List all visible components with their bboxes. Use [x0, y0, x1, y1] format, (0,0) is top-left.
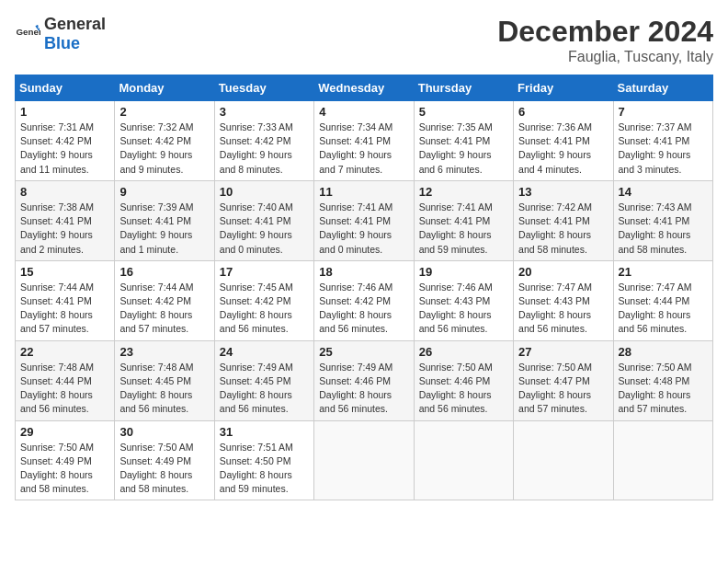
calendar-cell: 15 Sunrise: 7:44 AM Sunset: 4:41 PM Dayl…: [16, 260, 115, 340]
day-number: 23: [119, 345, 209, 359]
calendar-cell: 14 Sunrise: 7:43 AM Sunset: 4:41 PM Dayl…: [613, 180, 712, 260]
day-number: 27: [518, 345, 608, 359]
day-info: Sunrise: 7:39 AM Sunset: 4:41 PM Dayligh…: [119, 201, 209, 257]
day-number: 30: [119, 425, 209, 439]
day-info: Sunrise: 7:47 AM Sunset: 4:43 PM Dayligh…: [518, 281, 608, 337]
calendar-cell: 24 Sunrise: 7:49 AM Sunset: 4:45 PM Dayl…: [214, 340, 313, 420]
day-number: 9: [119, 185, 209, 199]
day-number: 7: [619, 105, 708, 119]
header: General General Blue December 2024 Faugl…: [15, 15, 713, 65]
day-info: Sunrise: 7:48 AM Sunset: 4:44 PM Dayligh…: [20, 361, 109, 417]
day-number: 1: [20, 105, 109, 119]
col-thursday: Thursday: [414, 75, 513, 101]
day-info: Sunrise: 7:48 AM Sunset: 4:45 PM Dayligh…: [119, 361, 209, 417]
calendar-cell: 17 Sunrise: 7:45 AM Sunset: 4:42 PM Dayl…: [214, 260, 313, 340]
day-info: Sunrise: 7:43 AM Sunset: 4:41 PM Dayligh…: [619, 201, 708, 257]
day-number: 19: [419, 265, 508, 279]
calendar-week-row: 15 Sunrise: 7:44 AM Sunset: 4:41 PM Dayl…: [16, 260, 713, 340]
calendar-cell: 23 Sunrise: 7:48 AM Sunset: 4:45 PM Dayl…: [115, 340, 214, 420]
day-number: 29: [20, 425, 109, 439]
day-info: Sunrise: 7:44 AM Sunset: 4:41 PM Dayligh…: [20, 281, 109, 337]
day-number: 4: [319, 105, 408, 119]
calendar-cell: [314, 420, 414, 500]
calendar-cell: 25 Sunrise: 7:49 AM Sunset: 4:46 PM Dayl…: [314, 340, 414, 420]
day-number: 16: [119, 265, 209, 279]
day-info: Sunrise: 7:49 AM Sunset: 4:45 PM Dayligh…: [220, 361, 309, 417]
svg-text:General: General: [16, 27, 40, 37]
calendar-cell: 2 Sunrise: 7:32 AM Sunset: 4:42 PM Dayli…: [115, 101, 214, 181]
calendar-cell: 21 Sunrise: 7:47 AM Sunset: 4:44 PM Dayl…: [613, 260, 712, 340]
day-info: Sunrise: 7:37 AM Sunset: 4:41 PM Dayligh…: [619, 121, 708, 177]
logo-general: General: [44, 15, 106, 33]
day-info: Sunrise: 7:50 AM Sunset: 4:49 PM Dayligh…: [119, 441, 209, 497]
calendar-cell: 10 Sunrise: 7:40 AM Sunset: 4:41 PM Dayl…: [214, 180, 313, 260]
calendar-cell: 29 Sunrise: 7:50 AM Sunset: 4:49 PM Dayl…: [16, 420, 115, 500]
month-title: December 2024: [497, 15, 713, 49]
day-info: Sunrise: 7:42 AM Sunset: 4:41 PM Dayligh…: [518, 201, 608, 257]
calendar-cell: 27 Sunrise: 7:50 AM Sunset: 4:47 PM Dayl…: [514, 340, 613, 420]
day-info: Sunrise: 7:45 AM Sunset: 4:42 PM Dayligh…: [220, 281, 309, 337]
day-number: 22: [20, 345, 109, 359]
calendar-week-row: 22 Sunrise: 7:48 AM Sunset: 4:44 PM Dayl…: [16, 340, 713, 420]
calendar-cell: 6 Sunrise: 7:36 AM Sunset: 4:41 PM Dayli…: [514, 101, 613, 181]
calendar-cell: 3 Sunrise: 7:33 AM Sunset: 4:42 PM Dayli…: [214, 101, 313, 181]
day-number: 24: [220, 345, 309, 359]
day-info: Sunrise: 7:36 AM Sunset: 4:41 PM Dayligh…: [518, 121, 608, 177]
col-tuesday: Tuesday: [214, 75, 313, 101]
logo-text: General Blue: [44, 15, 106, 53]
calendar-cell: [613, 420, 712, 500]
calendar-cell: 13 Sunrise: 7:42 AM Sunset: 4:41 PM Dayl…: [514, 180, 613, 260]
calendar-cell: 22 Sunrise: 7:48 AM Sunset: 4:44 PM Dayl…: [16, 340, 115, 420]
calendar-week-row: 1 Sunrise: 7:31 AM Sunset: 4:42 PM Dayli…: [16, 101, 713, 181]
day-info: Sunrise: 7:31 AM Sunset: 4:42 PM Dayligh…: [20, 121, 109, 177]
day-info: Sunrise: 7:40 AM Sunset: 4:41 PM Dayligh…: [220, 201, 309, 257]
day-number: 17: [220, 265, 309, 279]
logo-icon: General: [15, 21, 40, 47]
day-info: Sunrise: 7:50 AM Sunset: 4:49 PM Dayligh…: [20, 441, 109, 497]
calendar-cell: 1 Sunrise: 7:31 AM Sunset: 4:42 PM Dayli…: [16, 101, 115, 181]
col-monday: Monday: [115, 75, 214, 101]
calendar-header-row: Sunday Monday Tuesday Wednesday Thursday…: [16, 75, 713, 101]
day-info: Sunrise: 7:35 AM Sunset: 4:41 PM Dayligh…: [419, 121, 508, 177]
calendar-cell: 16 Sunrise: 7:44 AM Sunset: 4:42 PM Dayl…: [115, 260, 214, 340]
calendar-week-row: 29 Sunrise: 7:50 AM Sunset: 4:49 PM Dayl…: [16, 420, 713, 500]
day-number: 5: [419, 105, 508, 119]
col-sunday: Sunday: [16, 75, 115, 101]
day-number: 28: [619, 345, 708, 359]
day-number: 10: [220, 185, 309, 199]
calendar-cell: 8 Sunrise: 7:38 AM Sunset: 4:41 PM Dayli…: [16, 180, 115, 260]
calendar-cell: 9 Sunrise: 7:39 AM Sunset: 4:41 PM Dayli…: [115, 180, 214, 260]
col-wednesday: Wednesday: [314, 75, 414, 101]
calendar-cell: 20 Sunrise: 7:47 AM Sunset: 4:43 PM Dayl…: [514, 260, 613, 340]
day-info: Sunrise: 7:32 AM Sunset: 4:42 PM Dayligh…: [119, 121, 209, 177]
day-number: 15: [20, 265, 109, 279]
calendar-cell: 18 Sunrise: 7:46 AM Sunset: 4:42 PM Dayl…: [314, 260, 414, 340]
calendar-cell: [414, 420, 513, 500]
day-number: 21: [619, 265, 708, 279]
day-info: Sunrise: 7:50 AM Sunset: 4:48 PM Dayligh…: [619, 361, 708, 417]
calendar-cell: 19 Sunrise: 7:46 AM Sunset: 4:43 PM Dayl…: [414, 260, 513, 340]
day-number: 25: [319, 345, 408, 359]
day-info: Sunrise: 7:38 AM Sunset: 4:41 PM Dayligh…: [20, 201, 109, 257]
day-number: 20: [518, 265, 608, 279]
day-info: Sunrise: 7:51 AM Sunset: 4:50 PM Dayligh…: [220, 441, 309, 497]
calendar-cell: 4 Sunrise: 7:34 AM Sunset: 4:41 PM Dayli…: [314, 101, 414, 181]
calendar-cell: 11 Sunrise: 7:41 AM Sunset: 4:41 PM Dayl…: [314, 180, 414, 260]
day-number: 31: [220, 425, 309, 439]
location-title: Fauglia, Tuscany, Italy: [497, 49, 713, 65]
day-info: Sunrise: 7:44 AM Sunset: 4:42 PM Dayligh…: [119, 281, 209, 337]
day-info: Sunrise: 7:50 AM Sunset: 4:47 PM Dayligh…: [518, 361, 608, 417]
logo: General General Blue: [15, 15, 106, 53]
day-number: 3: [220, 105, 309, 119]
logo-blue: Blue: [44, 34, 80, 52]
day-info: Sunrise: 7:49 AM Sunset: 4:46 PM Dayligh…: [319, 361, 408, 417]
day-info: Sunrise: 7:41 AM Sunset: 4:41 PM Dayligh…: [419, 201, 508, 257]
day-info: Sunrise: 7:46 AM Sunset: 4:43 PM Dayligh…: [419, 281, 508, 337]
day-number: 14: [619, 185, 708, 199]
day-number: 6: [518, 105, 608, 119]
calendar-cell: 30 Sunrise: 7:50 AM Sunset: 4:49 PM Dayl…: [115, 420, 214, 500]
day-info: Sunrise: 7:34 AM Sunset: 4:41 PM Dayligh…: [319, 121, 408, 177]
day-info: Sunrise: 7:47 AM Sunset: 4:44 PM Dayligh…: [619, 281, 708, 337]
calendar-cell: 26 Sunrise: 7:50 AM Sunset: 4:46 PM Dayl…: [414, 340, 513, 420]
day-number: 26: [419, 345, 508, 359]
